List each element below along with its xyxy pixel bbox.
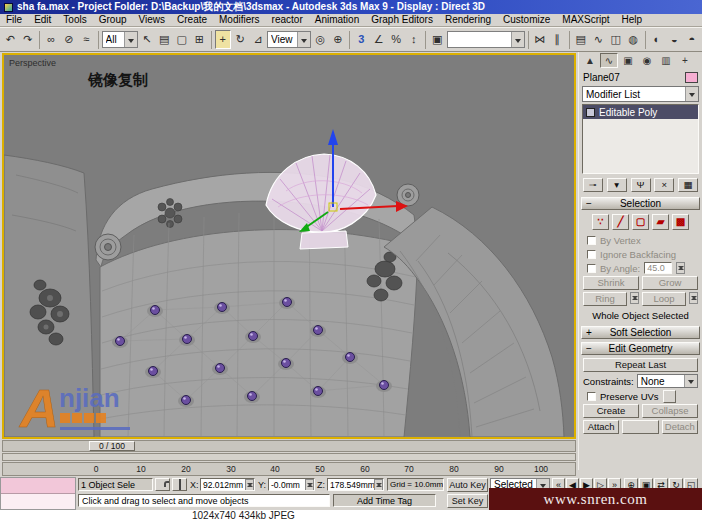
- window-crossing-icon[interactable]: ⊞: [191, 30, 208, 49]
- render-type-icon[interactable]: ◒: [666, 30, 683, 49]
- named-selection-sets-dropdown[interactable]: [447, 31, 525, 48]
- menu-views[interactable]: Views: [133, 14, 172, 26]
- select-by-name-icon[interactable]: ▤: [156, 30, 173, 49]
- edit-named-selection-sets-icon[interactable]: ▣: [429, 30, 446, 49]
- time-slider-handle[interactable]: 0 / 100: [89, 441, 135, 451]
- menu-create[interactable]: Create: [171, 14, 213, 26]
- set-key-button[interactable]: Set Key: [447, 494, 488, 508]
- ring-spinner[interactable]: [630, 292, 639, 304]
- preserve-uvs-checkbox[interactable]: [587, 392, 596, 401]
- stack-item-editable-poly[interactable]: Editable Poly: [583, 105, 698, 119]
- selection-region-icon[interactable]: ▢: [174, 30, 191, 49]
- collapse-button[interactable]: Collapse: [642, 404, 698, 418]
- constraints-dropdown[interactable]: None: [637, 374, 698, 388]
- bind-to-space-warp-icon[interactable]: ≈: [78, 30, 95, 49]
- tab-motion[interactable]: ◉: [638, 53, 656, 68]
- z-spinner[interactable]: [374, 479, 383, 491]
- repeat-last-button[interactable]: Repeat Last: [583, 358, 698, 372]
- unlink-selection-icon[interactable]: ⊘: [61, 30, 78, 49]
- element-icon[interactable]: ▩: [672, 214, 689, 230]
- y-spinner[interactable]: [305, 479, 314, 491]
- menu-help[interactable]: Help: [616, 14, 649, 26]
- selection-lock-button[interactable]: [155, 478, 170, 491]
- grow-button[interactable]: Grow: [642, 276, 698, 290]
- tab-utilities[interactable]: +: [676, 53, 694, 68]
- auto-key-button[interactable]: Auto Key: [447, 478, 488, 492]
- ignore-backfacing-checkbox[interactable]: [587, 250, 596, 259]
- menu-graph-editors[interactable]: Graph Editors: [365, 14, 439, 26]
- configure-modifier-sets-icon[interactable]: ▦: [678, 178, 698, 192]
- percent-snap-icon[interactable]: %: [388, 30, 405, 49]
- render-scene-icon[interactable]: ◐: [649, 30, 666, 49]
- menu-file[interactable]: File: [0, 14, 28, 26]
- perspective-viewport[interactable]: Perspective 镜像复制 A njian: [2, 53, 576, 439]
- modifier-list-dropdown[interactable]: Modifier List: [582, 86, 699, 102]
- layer-manager-icon[interactable]: ▤: [573, 30, 590, 49]
- timeline-ruler[interactable]: 0 10 20 30 40 50 60 70 80 90 100: [2, 462, 576, 476]
- preserve-uvs-settings-button[interactable]: [663, 390, 676, 403]
- create-button[interactable]: Create: [583, 404, 639, 418]
- rollout-selection-header[interactable]: − Selection: [581, 197, 700, 210]
- select-object-icon[interactable]: ↖: [139, 30, 156, 49]
- material-editor-icon[interactable]: ◍: [625, 30, 642, 49]
- menu-animation[interactable]: Animation: [309, 14, 365, 26]
- schematic-view-icon[interactable]: ◫: [608, 30, 625, 49]
- polygon-icon[interactable]: ▰: [652, 214, 669, 230]
- object-name-field[interactable]: Plane07: [583, 72, 620, 83]
- menu-tools[interactable]: Tools: [57, 14, 92, 26]
- by-angle-checkbox[interactable]: [587, 264, 596, 273]
- vertex-icon[interactable]: ∵: [592, 214, 609, 230]
- viewport-canvas[interactable]: Perspective 镜像复制 A njian: [4, 55, 574, 437]
- x-coordinate-field[interactable]: 92.012mm: [200, 478, 255, 491]
- tab-modify[interactable]: ∿: [600, 53, 618, 68]
- attach-list-button[interactable]: [622, 420, 658, 434]
- pin-stack-icon[interactable]: ⊸: [583, 178, 603, 192]
- absolute-offset-toggle-button[interactable]: [172, 478, 187, 491]
- select-and-manipulate-icon[interactable]: ⊕: [330, 30, 347, 49]
- menu-modifiers[interactable]: Modifiers: [213, 14, 266, 26]
- use-pivot-center-icon[interactable]: ◎: [312, 30, 329, 49]
- shrink-button[interactable]: Shrink: [583, 276, 639, 290]
- object-color-swatch[interactable]: [685, 72, 698, 83]
- selection-filter-dropdown[interactable]: All: [102, 31, 138, 48]
- menu-edit[interactable]: Edit: [28, 14, 57, 26]
- quick-render-icon[interactable]: ◓: [684, 30, 701, 49]
- undo-icon[interactable]: ↶: [2, 30, 19, 49]
- detach-button[interactable]: Detach: [662, 420, 698, 434]
- remove-modifier-icon[interactable]: ×: [654, 178, 674, 192]
- rollout-edit-geometry-header[interactable]: − Edit Geometry: [581, 342, 700, 355]
- maxscript-mini-listener[interactable]: [0, 477, 76, 510]
- menu-group[interactable]: Group: [93, 14, 133, 26]
- select-and-link-icon[interactable]: ∞: [43, 30, 60, 49]
- redo-icon[interactable]: ↷: [20, 30, 37, 49]
- curve-editor-icon[interactable]: ∿: [590, 30, 607, 49]
- viewport-label[interactable]: Perspective: [9, 58, 56, 68]
- select-and-move-icon[interactable]: +: [215, 30, 232, 49]
- spinner-snap-icon[interactable]: ↕: [406, 30, 423, 49]
- by-angle-spinner[interactable]: [676, 262, 685, 274]
- modifier-stack[interactable]: Editable Poly: [582, 104, 699, 174]
- loop-spinner[interactable]: [689, 292, 698, 304]
- macro-recorder-pane[interactable]: [1, 478, 75, 494]
- title-bar[interactable]: sha fa.max - Project Folder: D:\Backup\我…: [0, 0, 702, 14]
- menu-reactor[interactable]: reactor: [266, 14, 309, 26]
- menu-customize[interactable]: Customize: [497, 14, 556, 26]
- ring-button[interactable]: Ring: [583, 292, 627, 306]
- mirror-icon[interactable]: ⋈: [532, 30, 549, 49]
- snaps-toggle-icon[interactable]: 3: [353, 30, 370, 49]
- listener-pane[interactable]: [1, 494, 75, 509]
- by-vertex-checkbox[interactable]: [587, 236, 596, 245]
- tab-display[interactable]: ▥: [657, 53, 675, 68]
- track-bar[interactable]: [2, 453, 576, 461]
- angle-snap-icon[interactable]: ∠: [371, 30, 388, 49]
- add-time-tag[interactable]: Add Time Tag: [333, 494, 436, 507]
- menu-rendering[interactable]: Rendering: [439, 14, 497, 26]
- edge-icon[interactable]: ╱: [612, 214, 629, 230]
- rollout-soft-selection-header[interactable]: + Soft Selection: [581, 326, 700, 339]
- make-unique-icon[interactable]: Ψ: [631, 178, 651, 192]
- reference-coordinate-dropdown[interactable]: View: [267, 31, 311, 48]
- by-angle-value-field[interactable]: 45.0: [644, 262, 672, 274]
- tab-hierarchy[interactable]: ▣: [619, 53, 637, 68]
- show-end-result-icon[interactable]: ▾: [607, 178, 627, 192]
- loop-button[interactable]: Loop: [642, 292, 686, 306]
